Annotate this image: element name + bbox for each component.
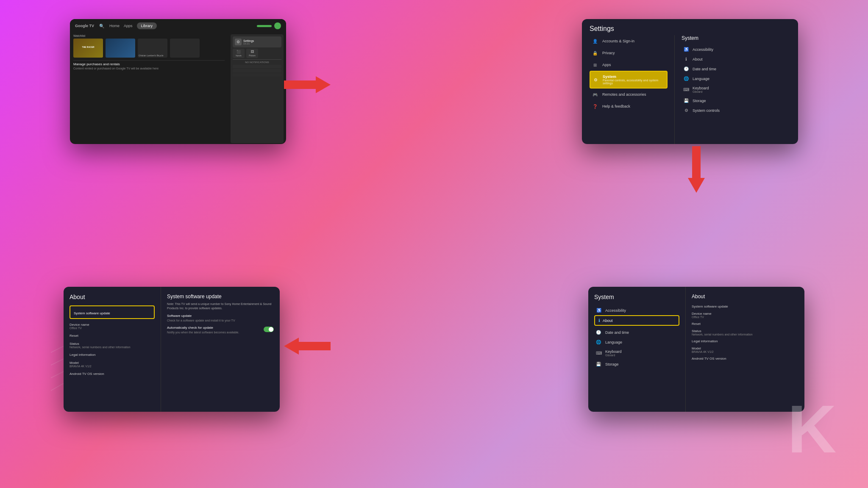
- arrow-tv1-to-tv2: [284, 74, 331, 95]
- right-storage[interactable]: 💾 Storage: [682, 96, 790, 105]
- software-update-desc: Check for a software update and install …: [167, 319, 274, 322]
- settings-accounts[interactable]: 👤 Accounts & Sign-in: [590, 35, 668, 47]
- tv1-nav-items: Home Apps Library: [109, 22, 157, 29]
- system-software-update-item-highlighted[interactable]: System software update: [70, 305, 155, 319]
- device-name-item[interactable]: Device name Office TV: [70, 321, 155, 332]
- tv4-left-panel: System ♿ Accessibility ℹ About 🕐 Date an…: [588, 287, 686, 412]
- svg-marker-11: [284, 338, 331, 355]
- update-note: Note: This TV will send a unique number …: [167, 302, 274, 311]
- svg-marker-10: [688, 146, 705, 193]
- down-arrow-svg: [686, 146, 707, 193]
- settings-help[interactable]: ❓ Help & feedback: [590, 100, 668, 112]
- tv4-reset[interactable]: Reset: [692, 320, 798, 327]
- auto-check-label: Automatically check for update: [167, 326, 260, 330]
- settings-overlay-panel: ⚙ Settings 15:21 ⬛ Inputs 🖼 Picture: [231, 34, 284, 143]
- reset-item[interactable]: Reset: [70, 332, 155, 340]
- k-logo-svg: K: [787, 393, 847, 461]
- legal-item[interactable]: Legal information: [70, 351, 155, 359]
- right-language-label: Language: [693, 77, 709, 81]
- tv4-android-version[interactable]: Android TV OS version: [692, 355, 798, 362]
- right-datetime[interactable]: 🕐 Date and time: [682, 64, 790, 74]
- settings-privacy[interactable]: 🔒 Privacy: [590, 47, 668, 59]
- status-sub: Network, serial numbers and other inform…: [70, 346, 155, 349]
- settings-apps[interactable]: ⊞ Apps: [590, 59, 668, 71]
- tv2-body: 👤 Accounts & Sign-in 🔒 Privacy ⊞ Apps ⚙: [582, 35, 798, 144]
- privacy-icon: 🔒: [592, 50, 598, 56]
- picture-icon-card: 🖼 Picture: [246, 49, 258, 58]
- accounts-icon: 👤: [592, 38, 598, 44]
- apps-icon: ⊞: [592, 62, 598, 68]
- auto-check-toggle[interactable]: [264, 327, 274, 332]
- tv2-left-panel: 👤 Accounts & Sign-in 🔒 Privacy ⊞ Apps ⚙: [590, 35, 674, 144]
- system-desc: Parental controls, accessibility and sys…: [603, 79, 664, 85]
- settings-card: ⚙ Settings 15:21: [233, 36, 281, 47]
- android-version-item[interactable]: Android TV OS version: [70, 370, 155, 378]
- settings-label: Settings 15:21: [243, 39, 254, 45]
- tv1-content: Watchlist THE RACER Ghislain Lambert's B…: [70, 33, 228, 144]
- tv4-status[interactable]: Status Network, serial numbers and other…: [692, 327, 798, 338]
- status-item[interactable]: Status Network, serial numbers and other…: [70, 340, 155, 351]
- tv4-language[interactable]: 🌐 Language: [594, 337, 679, 347]
- tv4-datetime-label: Date and time: [605, 330, 629, 335]
- right-keyboard[interactable]: ⌨ Keyboard Gboard: [682, 83, 790, 96]
- right-keyboard-sub: Gboard: [693, 90, 709, 93]
- nav-apps: Apps: [124, 24, 133, 28]
- tv1-screen: Google TV 🔍 Home Apps Library Watchlist: [70, 19, 286, 144]
- tv1-google-tv: Google TV 🔍 Home Apps Library Watchlist: [70, 19, 286, 144]
- model-label: Model: [70, 361, 155, 365]
- tv4-language-icon: 🌐: [596, 340, 602, 344]
- tv4-device-name[interactable]: Device name Office TV: [692, 310, 798, 320]
- tv4-software-update[interactable]: System software update: [692, 303, 798, 310]
- tv4-device-name-sub: Office TV: [692, 316, 798, 319]
- svg-marker-9: [284, 76, 331, 93]
- right-about-icon: ℹ: [683, 57, 689, 61]
- system-icon: ⚙: [593, 77, 598, 83]
- accounts-label: Accounts & Sign-in: [602, 39, 634, 43]
- software-update-item[interactable]: Software update Check for a software upd…: [167, 314, 274, 322]
- model-item[interactable]: Model BRAVIA 4K V1/2: [70, 359, 155, 370]
- settings-icon: ⚙: [235, 39, 242, 45]
- tv3-right-panel: System software update Note: This TV wil…: [161, 287, 280, 412]
- tv4-keyboard-label: Keyboard: [605, 349, 622, 354]
- right-system-controls-label: System controls: [693, 108, 720, 113]
- notif-slot-1: [233, 65, 281, 68]
- right-storage-icon: 💾: [683, 98, 689, 103]
- right-about[interactable]: ℹ About: [682, 54, 790, 64]
- tv4-storage[interactable]: 💾 Storage: [594, 359, 679, 369]
- manage-title: Manage purchases and rentals: [73, 62, 225, 66]
- auto-check-text: Automatically check for update Notify yo…: [167, 326, 260, 334]
- tv2-header: Settings: [582, 19, 798, 35]
- right-datetime-icon: 🕐: [683, 67, 689, 71]
- system-text: System Parental controls, accessibility …: [603, 75, 664, 85]
- auto-check-item: Automatically check for update Notify yo…: [167, 326, 274, 334]
- right-language[interactable]: 🌐 Language: [682, 74, 790, 83]
- thumb-2: [106, 39, 135, 58]
- right-accessibility[interactable]: ♿ Accessibility: [682, 44, 790, 54]
- system-software-update-label-highlighted: System software update: [74, 311, 110, 315]
- right-keyboard-info: Keyboard Gboard: [693, 86, 709, 93]
- tv4-accessibility[interactable]: ♿ Accessibility: [594, 305, 679, 315]
- model-sub: BRAVIA 4K V1/2: [70, 365, 155, 368]
- auto-check-desc: Notify you when the latest software beco…: [167, 330, 260, 334]
- tv4-about-highlighted[interactable]: ℹ About: [594, 315, 679, 326]
- right-language-icon: 🌐: [683, 76, 689, 81]
- help-label: Help & feedback: [602, 104, 630, 108]
- right-about-label: About: [693, 57, 703, 61]
- status-label: Status: [70, 342, 155, 346]
- update-panel-title: System software update: [167, 294, 274, 299]
- tv4-datetime[interactable]: 🕐 Date and time: [594, 327, 679, 337]
- tv2-right-title: System: [682, 35, 790, 41]
- tv4-model[interactable]: Model BRAVIA 4K V1/2: [692, 345, 798, 355]
- tv4-legal[interactable]: Legal information: [692, 338, 798, 345]
- k-letter: K: [787, 393, 837, 461]
- settings-system-highlighted[interactable]: ⚙ System Parental controls, accessibilit…: [590, 71, 668, 89]
- settings-remotes[interactable]: 🎮 Remotes and accessories: [590, 89, 668, 100]
- tv4-keyboard-info: Keyboard Gboard: [605, 349, 622, 357]
- right-system-controls[interactable]: ⚙ System controls: [682, 105, 790, 115]
- system-label: System: [603, 75, 664, 79]
- notification-slots: [233, 65, 281, 77]
- right-datetime-label: Date and time: [693, 67, 716, 71]
- tv4-keyboard[interactable]: ⌨ Keyboard Gboard: [594, 347, 679, 359]
- tv2-settings-system: Settings 👤 Accounts & Sign-in 🔒 Privacy …: [582, 19, 798, 144]
- tv3-screen: About System software update Device name…: [64, 287, 280, 412]
